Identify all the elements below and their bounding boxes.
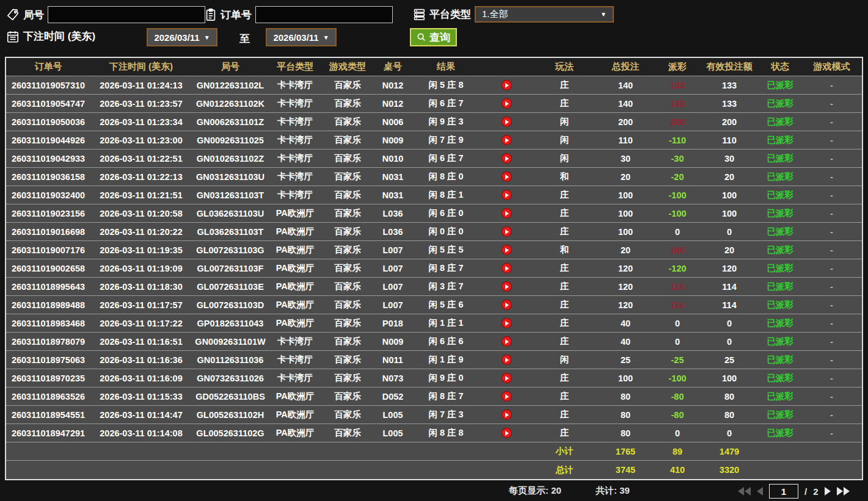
cell-total-bet: 100 <box>596 227 655 237</box>
cell-valid-bet: 0 <box>700 428 759 438</box>
order-no-input[interactable] <box>255 6 393 23</box>
cell-order-no: 260311019044926 <box>6 135 90 145</box>
next-page-button[interactable] <box>825 487 831 496</box>
cell-platform: 卡卡湾厅 <box>269 189 321 201</box>
header-platform: 平台类型 <box>269 61 321 73</box>
cell-game-mode: - <box>801 410 862 420</box>
cell-table-no: N012 <box>374 81 412 90</box>
cell-result: 闲 8 庄 1 <box>412 189 480 201</box>
cell-game-type: 百家乐 <box>321 207 374 219</box>
first-page-button[interactable] <box>738 487 751 496</box>
cell-platform: 卡卡湾厅 <box>269 116 321 128</box>
play-video-icon[interactable] <box>501 80 512 90</box>
cell-valid-bet: 114 <box>700 282 759 292</box>
header-play-type: 玩法 <box>533 61 596 73</box>
cell-game-mode: - <box>801 355 862 365</box>
play-video-icon[interactable] <box>501 318 512 328</box>
play-video-icon[interactable] <box>501 281 512 292</box>
cell-result: 闲 0 庄 0 <box>412 226 480 237</box>
cell-status: 已派彩 <box>759 79 801 91</box>
page-number-input[interactable] <box>769 484 798 499</box>
play-video-icon[interactable] <box>501 135 512 145</box>
cell-payout: 0 <box>655 319 700 328</box>
table-row: 2603110190547472026-03-11 01:23:57GN0122… <box>6 95 862 113</box>
header-table-no: 桌号 <box>374 61 412 73</box>
play-video-icon[interactable] <box>501 171 512 182</box>
cell-game-no: GL0072631103G <box>192 245 269 255</box>
play-video-icon[interactable] <box>501 336 512 347</box>
cell-bet-time: 2026-03-11 01:17:22 <box>90 319 192 328</box>
cell-payout: 114 <box>655 300 700 310</box>
date-to-picker[interactable]: 2026/03/11 ▼ <box>266 28 337 46</box>
header-result: 结果 <box>412 61 480 73</box>
play-video-icon[interactable] <box>501 226 512 237</box>
cell-game-no: GP01826311043 <box>192 319 269 328</box>
play-video-icon[interactable] <box>501 263 512 273</box>
game-no-input[interactable] <box>48 6 205 23</box>
cell-total-bet: 200 <box>596 117 655 127</box>
query-button[interactable]: 查询 <box>410 28 457 46</box>
cell-table-no: L007 <box>374 282 412 292</box>
chevron-down-icon: ▼ <box>323 34 329 41</box>
play-video-icon[interactable] <box>501 98 512 109</box>
cell-order-no: 260311018970235 <box>6 373 90 383</box>
play-video-icon[interactable] <box>501 428 512 438</box>
header-order-no: 订单号 <box>6 61 90 73</box>
play-video-icon[interactable] <box>501 117 512 127</box>
cell-platform: 卡卡湾厅 <box>269 79 321 91</box>
cell-game-no: GN0312631103T <box>192 190 269 200</box>
play-video-icon[interactable] <box>501 391 512 402</box>
date-from-picker[interactable]: 2026/03/11 ▼ <box>147 28 217 46</box>
cell-order-no: 260311019057310 <box>6 81 90 90</box>
table-row: 2603110190071762026-03-11 01:19:35GL0072… <box>6 241 862 259</box>
cell-valid-bet: 200 <box>700 117 759 127</box>
cell-total-bet: 20 <box>596 172 655 182</box>
play-video-icon[interactable] <box>501 208 512 218</box>
header-game-no: 局号 <box>192 61 269 73</box>
cell-game-mode: - <box>801 337 862 347</box>
play-video-icon[interactable] <box>501 300 512 310</box>
cell-result: 闲 1 庄 1 <box>412 317 480 329</box>
play-video-icon[interactable] <box>501 409 512 420</box>
cell-payout: -110 <box>655 135 700 145</box>
cell-status: 已派彩 <box>759 116 801 128</box>
cell-play-type: 闲 <box>533 116 596 128</box>
cell-platform: 卡卡湾厅 <box>269 354 321 366</box>
cell-game-type: 百家乐 <box>321 317 374 329</box>
platform-type-value: 1.全部 <box>482 9 508 20</box>
cell-game-no: GN00926311025 <box>192 135 269 145</box>
platform-type-select[interactable]: 1.全部 ▼ <box>475 6 614 23</box>
cell-game-type: 百家乐 <box>321 336 374 347</box>
table-row: 2603110190166982026-03-11 01:20:22GL0362… <box>6 223 862 241</box>
cell-bet-time: 2026-03-11 01:23:34 <box>90 117 192 127</box>
cell-payout: 114 <box>655 282 700 292</box>
cell-table-no: D052 <box>374 392 412 402</box>
cell-status: 已派彩 <box>759 281 801 292</box>
last-page-button[interactable] <box>837 487 850 496</box>
cell-result: 闲 7 庄 3 <box>412 409 480 420</box>
play-video-icon[interactable] <box>501 245 512 255</box>
header-status: 状态 <box>759 61 801 73</box>
cell-play-type: 闲 <box>533 354 596 366</box>
total-row-valid-bet: 3320 <box>700 465 759 475</box>
play-video-icon[interactable] <box>501 373 512 383</box>
cell-game-no: GL0052631102H <box>192 410 269 420</box>
cell-bet-time: 2026-03-11 01:23:57 <box>90 99 192 109</box>
cell-valid-bet: 100 <box>700 209 759 218</box>
cell-table-no: L007 <box>374 300 412 310</box>
cell-platform: PA欧洲厅 <box>269 244 321 256</box>
cell-play-type: 庄 <box>533 372 596 384</box>
play-video-icon[interactable] <box>501 190 512 200</box>
cell-result: 闲 6 庄 6 <box>412 336 480 347</box>
cell-status: 已派彩 <box>759 409 801 420</box>
cell-valid-bet: 0 <box>700 319 759 328</box>
cell-table-no: N009 <box>374 135 412 145</box>
subtotal-row-label: 小计 <box>533 445 596 457</box>
cell-bet-time: 2026-03-11 01:24:13 <box>90 81 192 90</box>
cell-valid-bet: 20 <box>700 245 759 255</box>
cell-total-bet: 80 <box>596 428 655 438</box>
play-video-icon[interactable] <box>501 153 512 164</box>
prev-page-button[interactable] <box>757 487 763 496</box>
play-video-icon[interactable] <box>501 355 512 365</box>
cell-payout: -100 <box>655 209 700 218</box>
